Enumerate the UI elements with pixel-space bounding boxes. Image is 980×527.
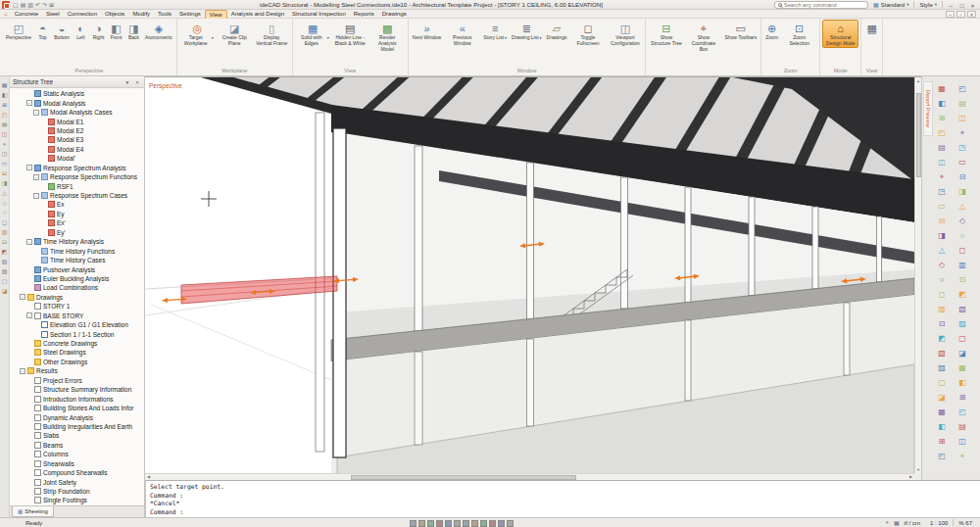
left-toolbar-icon[interactable]: ⊟ [2, 169, 7, 177]
menu-item-connection[interactable]: Connection [64, 10, 101, 19]
menu-item-settings[interactable]: Settings [175, 10, 205, 19]
ribbon-button-front[interactable]: ◧Front [108, 20, 124, 42]
right-toolbar-icon[interactable]: ○ [936, 275, 948, 285]
tree-item-elevation-g1-g1-elevation[interactable]: Elevation G1 / G1 Elevation [10, 320, 144, 329]
tree-toggle-icon[interactable]: - [20, 368, 25, 374]
snap-toggle-icon[interactable] [445, 520, 452, 527]
right-toolbar-icon[interactable]: ▨ [956, 319, 968, 329]
right-toolbar-icon[interactable]: ◩ [956, 290, 968, 300]
tree-item-ex[interactable]: Ex [10, 200, 144, 209]
tree-item-drawings[interactable]: -Drawings [10, 293, 144, 302]
tree-item-steel-drawings[interactable]: Steel Drawings [10, 348, 144, 357]
right-toolbar-icon[interactable]: ⌖ [956, 128, 968, 138]
menu-item-drawings[interactable]: Drawings [378, 10, 411, 19]
tree-item-slabs[interactable]: Slabs [10, 431, 144, 440]
right-toolbar-icon[interactable]: ◻ [956, 246, 968, 256]
left-toolbar-icon[interactable]: ○ [3, 209, 7, 216]
right-toolbar-icon[interactable]: ▨ [936, 363, 948, 373]
right-toolbar-icon[interactable]: ◳ [956, 143, 968, 153]
ribbon-button-next-window[interactable]: »Next Window [411, 20, 443, 42]
left-toolbar-icon[interactable]: ▥ [2, 228, 8, 236]
tab-report-preview[interactable]: Report Preview [923, 81, 933, 136]
right-toolbar-icon[interactable]: ▥ [956, 261, 968, 270]
right-toolbar-icon[interactable]: ▤ [936, 143, 948, 153]
snap-toggle-icon[interactable] [427, 520, 434, 527]
right-toolbar-icon[interactable]: ▦ [936, 407, 948, 417]
scrollbar-thumb[interactable] [916, 93, 921, 177]
style-dropdown[interactable]: Style ▾ [917, 2, 939, 8]
redo-icon[interactable]: ↷ [42, 1, 47, 9]
tree-item-load-combinations[interactable]: Load Combinations [10, 283, 144, 292]
right-toolbar-icon[interactable]: ○ [956, 231, 968, 241]
undo-icon[interactable]: ↶ [35, 1, 40, 9]
left-toolbar-icon[interactable]: ◳ [2, 150, 8, 158]
right-toolbar-icon[interactable]: ▭ [956, 158, 968, 168]
tree-item-modal[interactable]: Modal' [10, 154, 144, 163]
tree-item-time-history-functions[interactable]: Time History Functions [10, 246, 144, 255]
right-toolbar-icon[interactable]: ◧ [936, 99, 948, 109]
close-icon[interactable]: × [133, 79, 141, 85]
ribbon-button-view-grid[interactable]: ▦ [863, 20, 880, 36]
ribbon-button-back[interactable]: ◨Back [125, 20, 142, 42]
tree-item-project-errors[interactable]: Project Errors [10, 376, 144, 385]
tree-item-concrete-drawings[interactable]: Concrete Drawings [10, 339, 144, 348]
right-toolbar-icon[interactable]: ⊞ [956, 393, 968, 403]
scrollbar-thumb[interactable] [351, 475, 576, 480]
left-toolbar-icon[interactable]: △ [2, 189, 7, 197]
right-toolbar-icon[interactable]: ◻ [936, 290, 948, 300]
tree-item-base-story[interactable]: -BASE STORY [10, 311, 144, 320]
ribbon-button-render-analysis-model[interactable]: ▩Render Analysis Model [369, 20, 406, 53]
ribbon-button-solid-with-edges[interactable]: ▦Solid with Edges▾ [295, 20, 331, 48]
right-toolbar-icon[interactable]: ◧ [936, 422, 948, 432]
tree-toggle-icon[interactable]: - [26, 165, 32, 170]
coordinate-icon[interactable]: ⌖ [886, 519, 889, 526]
left-toolbar-icon[interactable]: ◨ [2, 179, 8, 187]
command-line-area[interactable]: Select target point.Command :*Cancel*Com… [145, 480, 980, 517]
right-toolbar-icon[interactable]: ▢ [936, 378, 948, 388]
right-toolbar-icon[interactable]: ▤ [956, 99, 968, 109]
ribbon-button-drawings[interactable]: ▱Drawings [545, 20, 569, 42]
right-toolbar-icon[interactable]: ◫ [936, 158, 948, 168]
left-toolbar-icon[interactable]: ◫ [2, 130, 8, 138]
snap-toggle-icon[interactable] [463, 520, 469, 527]
tree-item-euler-buckling-analysis[interactable]: Euler Buckling Analysis [10, 274, 144, 283]
menu-item-view[interactable]: View [205, 10, 227, 19]
print-icon[interactable]: ⊞ [49, 1, 54, 9]
tree-item-results[interactable]: -Results [10, 366, 144, 375]
tree-item-joint-safety[interactable]: Joint Safety [10, 477, 144, 486]
status-zoom[interactable]: % 67 [958, 520, 972, 526]
tree-item-modal-analysis-cases[interactable]: -Modal Analysis Cases [10, 108, 144, 117]
window-maximize-button[interactable]: □ [956, 1, 967, 9]
right-toolbar-icon[interactable]: ◨ [956, 187, 968, 197]
tree-item-pushover-analysis[interactable]: Pushover Analysis [10, 264, 144, 273]
tree-item-modal-e3[interactable]: Modal E3 [10, 135, 144, 144]
menu-item-reports[interactable]: Reports [350, 10, 378, 19]
status-units[interactable]: tf / cm [905, 520, 920, 526]
tree-toggle-icon[interactable]: - [26, 312, 32, 318]
left-toolbar-icon[interactable]: ▧ [2, 258, 8, 265]
grid-icon[interactable]: ▦ [894, 519, 900, 526]
selected-slab-region[interactable] [181, 276, 337, 304]
right-toolbar-icon[interactable]: ◧ [956, 378, 968, 388]
ribbon-button-bottom[interactable]: ◒Bottom [52, 20, 72, 42]
tree-item-building-stories-and-loads-infor[interactable]: Building Stories And Loads Infor [10, 404, 144, 412]
right-toolbar-icon[interactable]: ▧ [936, 349, 948, 359]
ribbon-button-right[interactable]: ◑Right [90, 20, 107, 42]
menu-item-structural-inspection[interactable]: Structural Inspection [288, 10, 350, 19]
snap-toggle-icon[interactable] [410, 520, 416, 527]
right-toolbar-icon[interactable]: △ [936, 246, 948, 256]
tab-sheeting[interactable]: ▦ Sheeting [12, 506, 54, 517]
ribbon-button-story-list[interactable]: ≡Story List▾ [481, 20, 509, 42]
tree-item-columns[interactable]: Columns [10, 450, 144, 458]
tree-item-rsf1[interactable]: RSF1 [10, 181, 144, 190]
pin-icon[interactable]: ▾ [123, 79, 131, 85]
right-toolbar-icon[interactable]: ⊡ [936, 319, 948, 329]
document-minimize-button[interactable]: – [946, 11, 955, 18]
tree-item-dynamic-analysis[interactable]: Dynamic Analysis [10, 412, 144, 421]
tree-item-ex[interactable]: Ex' [10, 218, 144, 227]
snap-toggle-icon[interactable] [498, 520, 505, 527]
left-toolbar-icon[interactable]: ▢ [2, 277, 8, 285]
right-toolbar-icon[interactable]: ◪ [936, 393, 948, 403]
ribbon-button-axonometric[interactable]: ◈Axonometric [143, 20, 174, 42]
standard-dropdown[interactable]: ▦ Standard ▾ [871, 1, 910, 8]
